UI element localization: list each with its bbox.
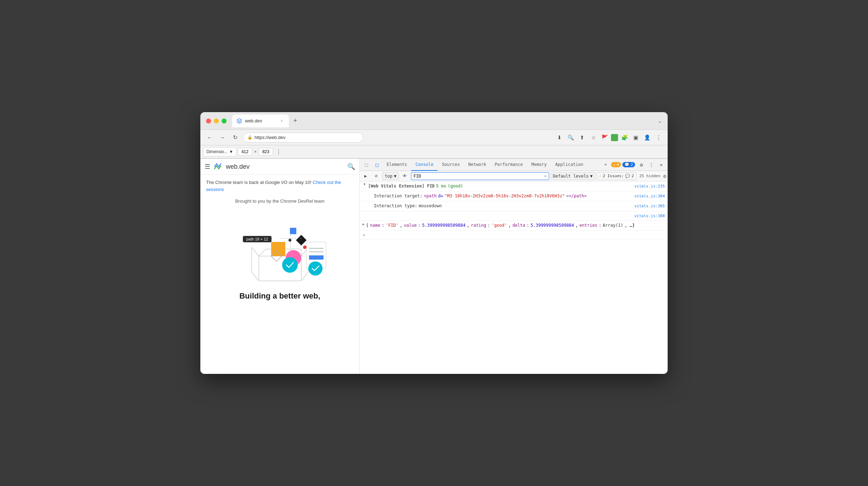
width-input[interactable]: [238, 148, 252, 156]
tab-favicon-icon: [236, 118, 242, 124]
levels-selector[interactable]: Default levels ▼: [550, 172, 595, 180]
svg-point-18: [289, 239, 291, 242]
web-preview: path 18 × 12 ☰ web.dev 🔍 The Chrome team…: [200, 159, 360, 374]
profile-icon[interactable]: 👤: [642, 133, 652, 143]
flag-icon[interactable]: 🚩: [600, 133, 610, 143]
device-name: Dimensio...: [206, 149, 228, 154]
levels-label: Default levels: [553, 174, 589, 179]
issues-badge[interactable]: ⚠ 2 Issues: 💬 2: [596, 172, 636, 180]
tab-memory[interactable]: Memory: [527, 159, 551, 171]
green-square-icon[interactable]: [611, 134, 618, 141]
log-source-2[interactable]: vitals.js:304: [634, 193, 665, 199]
filter-clear-button[interactable]: ×: [542, 173, 549, 179]
bookmark-icon[interactable]: ☆: [588, 133, 598, 143]
log-body-2: Interaction target: <path d="M3 18h18v-2…: [374, 193, 665, 199]
console-block-button[interactable]: ⊘: [372, 172, 381, 181]
console-gear-button[interactable]: ⚙: [663, 173, 666, 179]
tab-console[interactable]: Console: [411, 159, 438, 171]
issues-label: 2 Issues:: [603, 174, 624, 178]
sidebar-icon[interactable]: ▣: [631, 133, 641, 143]
tab-close-button[interactable]: ×: [279, 118, 285, 124]
share-icon[interactable]: ⬆: [577, 133, 587, 143]
log-source-3[interactable]: vitals.js:305: [634, 203, 665, 209]
warning-icon: ⚠: [613, 162, 616, 167]
filter-input[interactable]: [411, 174, 542, 179]
warning-badge[interactable]: ⚠ 4: [611, 162, 621, 167]
browser-window: web.dev × + ⌄ ← → ↻ 🔒 https://web.dev ⬇ …: [200, 112, 668, 374]
device-dropdown-icon: ▼: [229, 149, 233, 154]
info-badge[interactable]: 💬 2: [622, 162, 635, 167]
minimize-traffic-light[interactable]: [214, 118, 219, 123]
log-body-3: Interaction type: mousedown vitals.js:30…: [374, 203, 665, 209]
device-toolbar-button[interactable]: □: [372, 160, 382, 170]
log-source-4[interactable]: vitals.js:308: [634, 213, 665, 219]
title-bar-actions: ⌄: [658, 118, 662, 124]
close-traffic-light[interactable]: [206, 118, 211, 123]
log-source-1[interactable]: vitals.js:235: [634, 183, 665, 190]
maximize-traffic-light[interactable]: [222, 118, 227, 123]
svg-marker-6: [296, 235, 307, 245]
new-tab-button[interactable]: +: [290, 116, 300, 126]
tab-sources[interactable]: Sources: [438, 159, 464, 171]
value-prop: value: [404, 222, 417, 229]
svg-point-17: [303, 245, 307, 249]
console-prompt-entry: ›: [360, 231, 668, 239]
levels-dropdown-icon: ▼: [590, 174, 593, 179]
inspect-element-button[interactable]: ⬚: [361, 160, 372, 170]
log-body-4: vitals.js:308: [374, 213, 665, 219]
address-input[interactable]: 🔒 https://web.dev: [243, 133, 363, 143]
title-bar: web.dev × + ⌄: [200, 112, 668, 130]
zoom-icon[interactable]: 🔍: [566, 133, 576, 143]
menu-icon[interactable]: ⋮: [653, 133, 663, 143]
devtools-panel: ⬚ □ Elements Console Sources Network Per…: [360, 159, 668, 374]
devtools-settings-button[interactable]: ⚙: [636, 160, 646, 170]
webdev-logo-text: web.dev: [226, 163, 250, 170]
log-line-3: Interaction type: mousedown vitals.js:30…: [374, 203, 665, 209]
tab-performance[interactable]: Performance: [491, 159, 527, 171]
log-entry-3: Interaction type: mousedown vitals.js:30…: [360, 201, 668, 211]
value-num: 5.399999998509884: [422, 222, 466, 229]
devtools-bar: Dimensio... ▼ × ⋮: [200, 145, 668, 159]
filter-input-wrapper: ×: [411, 172, 549, 180]
window-controls-chevron[interactable]: ⌄: [658, 118, 662, 124]
rating-val: 'good': [492, 222, 507, 229]
attr-name: d=: [438, 193, 443, 199]
illustration-image: [230, 207, 330, 284]
web-preview-header: ☰ web.dev 🔍: [200, 159, 359, 175]
warning-count: 4: [617, 162, 619, 167]
interaction-type-value: mousedown: [419, 203, 442, 209]
device-selector[interactable]: Dimensio... ▼: [203, 147, 236, 156]
page-heading: Building a better web,: [239, 291, 320, 301]
tab-network[interactable]: Network: [464, 159, 491, 171]
log-arrow-5[interactable]: ▶: [362, 222, 365, 226]
address-bar: ← → ↻ 🔒 https://web.dev ⬇ 🔍 ⬆ ☆ 🚩 🧩 ▣ 👤 …: [200, 130, 668, 145]
forward-button[interactable]: →: [217, 133, 227, 143]
tab-more[interactable]: »: [600, 159, 611, 171]
context-selector[interactable]: top ▼: [382, 172, 399, 180]
svg-rect-5: [290, 228, 296, 234]
extensions-icon[interactable]: 🧩: [619, 133, 629, 143]
active-tab[interactable]: web.dev ×: [232, 115, 289, 127]
console-eye-button[interactable]: 👁: [400, 172, 410, 181]
illustration-section: Brought to you by the Chrome DevRel team: [206, 198, 354, 301]
download-icon[interactable]: ⬇: [554, 133, 564, 143]
devtools-close-button[interactable]: ×: [656, 160, 666, 170]
search-button[interactable]: 🔍: [347, 163, 355, 170]
context-label: top: [385, 174, 393, 179]
log-entry-4: vitals.js:308: [360, 212, 668, 221]
dimension-more-button[interactable]: ⋮: [274, 147, 283, 156]
height-input[interactable]: [259, 148, 273, 156]
back-button[interactable]: ←: [205, 133, 215, 143]
log-expand-1[interactable]: ▶: [363, 184, 367, 188]
tab-bar: web.dev × +: [232, 115, 658, 127]
delta-val: 5.399999998509884: [531, 222, 574, 229]
tab-application[interactable]: Application: [551, 159, 587, 171]
hamburger-icon[interactable]: ☰: [205, 163, 210, 170]
console-run-button[interactable]: ▶: [361, 172, 370, 181]
log-body-5: {name: 'FID', value: 5.399999998509884, …: [366, 222, 665, 229]
tab-elements[interactable]: Elements: [382, 159, 411, 171]
console-content: ▶ [Web Vitals Extension] FID 5 ms (good)…: [360, 181, 668, 374]
devtools-more-button[interactable]: ⋮: [646, 160, 656, 170]
reload-button[interactable]: ↻: [230, 133, 240, 143]
attr-val: "M3 18h18v-2H3v2zm0-5h18v-2H3v2zm0-7v2h1…: [445, 193, 565, 199]
